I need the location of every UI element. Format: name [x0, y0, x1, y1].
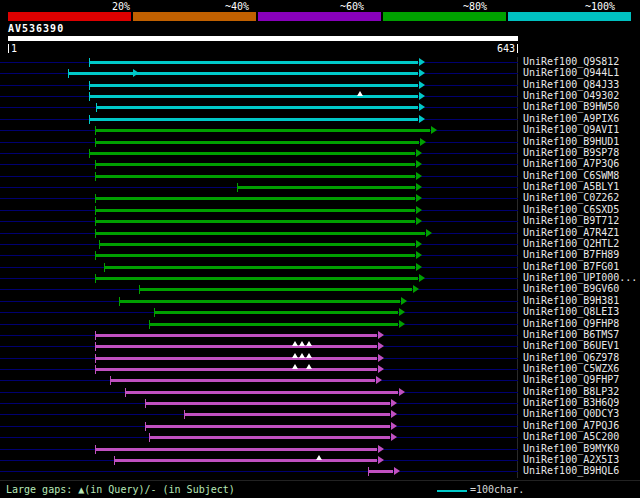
hit-id[interactable]: UniRef100_B6UEV1: [523, 340, 619, 351]
hit-id[interactable]: UniRef100_B7FG01: [523, 261, 619, 272]
bar-start-tick: [104, 263, 105, 272]
bar-start-tick: [99, 240, 100, 249]
hit-id[interactable]: UniRef100_A7P3Q6: [523, 158, 619, 169]
hit-id[interactable]: UniRef100_B9H381: [523, 295, 619, 306]
alignment-bar[interactable]: [184, 413, 390, 416]
alignment-bar[interactable]: [145, 425, 390, 428]
hit-id[interactable]: UniRef100_B9T712: [523, 215, 619, 226]
alignment-bar[interactable]: [95, 129, 430, 132]
hit-id[interactable]: UniRef100_Q0DCY3: [523, 408, 619, 419]
hit-id[interactable]: UniRef100_A5BLY1: [523, 181, 619, 192]
alignment-bar[interactable]: [95, 220, 415, 223]
subject-gap-arrow-icon: [133, 69, 139, 77]
arrowhead-icon: [376, 376, 382, 384]
alignment-bar[interactable]: [95, 277, 418, 280]
arrowhead-icon: [431, 126, 437, 134]
alignment-bar[interactable]: [89, 118, 418, 121]
alignment-bar[interactable]: [96, 106, 418, 109]
alignment-bar[interactable]: [237, 186, 415, 189]
arrowhead-icon: [394, 467, 400, 475]
alignment-bar[interactable]: [95, 357, 378, 360]
query-gap-marker-icon: [299, 353, 305, 358]
alignment-bar[interactable]: [99, 243, 414, 246]
alignment-bar[interactable]: [89, 61, 418, 64]
alignment-bar[interactable]: [68, 72, 418, 75]
bar-start-tick: [95, 160, 96, 169]
hit-id[interactable]: UniRef100_Q8LEI3: [523, 306, 619, 317]
alignment-bar[interactable]: [114, 459, 377, 462]
hit-id[interactable]: UniRef100_Q2HTL2: [523, 238, 619, 249]
alignment-bar[interactable]: [145, 402, 390, 405]
hit-id[interactable]: UniRef100_C5WZX6: [523, 363, 619, 374]
hit-id[interactable]: UniRef100_A2X5I3: [523, 454, 619, 465]
bar-start-tick: [95, 365, 96, 374]
hit-id[interactable]: UniRef100_B9HUD1: [523, 136, 619, 147]
hit-id[interactable]: UniRef100_Q84J33: [523, 79, 619, 90]
bar-start-tick: [149, 320, 150, 329]
alignment-bar[interactable]: [110, 379, 375, 382]
arrowhead-icon: [391, 399, 397, 407]
hit-id[interactable]: UniRef100_C0Z262: [523, 192, 619, 203]
alignment-bar[interactable]: [95, 197, 415, 200]
alignment-bar[interactable]: [104, 266, 415, 269]
alignment-bar[interactable]: [89, 84, 418, 87]
bar-start-tick: [95, 217, 96, 226]
alignment-bar[interactable]: [95, 334, 378, 337]
alignment-bar[interactable]: [95, 209, 415, 212]
alignment-bar[interactable]: [95, 163, 415, 166]
arrowhead-icon: [399, 320, 405, 328]
hit-id[interactable]: UniRef100_C6SWM8: [523, 170, 619, 181]
hit-id[interactable]: UniRef100_Q9FHP7: [523, 374, 619, 385]
bar-start-tick: [89, 149, 90, 158]
query-gap-marker-icon: [316, 455, 322, 460]
hit-id[interactable]: UniRef100_B9GV60: [523, 283, 619, 294]
alignment-bar[interactable]: [95, 232, 425, 235]
alignment-bar[interactable]: [95, 141, 420, 144]
alignment-bar[interactable]: [89, 95, 418, 98]
alignment-bar[interactable]: [154, 311, 398, 314]
alignment-bar[interactable]: [125, 391, 398, 394]
hit-id[interactable]: UniRef100_A9PIX6: [523, 113, 619, 124]
bar-start-tick: [139, 285, 140, 294]
alignment-bar[interactable]: [139, 288, 411, 291]
alignment-bar[interactable]: [95, 175, 415, 178]
hit-id[interactable]: UniRef100_Q9FHP8: [523, 318, 619, 329]
hit-id[interactable]: UniRef100_B9SP78: [523, 147, 619, 158]
hit-id[interactable]: UniRef100_B9MYK0: [523, 443, 619, 454]
alignment-bar[interactable]: [368, 470, 393, 473]
hit-id[interactable]: UniRef100_B8LP32: [523, 386, 619, 397]
query-gap-marker-icon: [357, 91, 363, 96]
alignment-bar[interactable]: [149, 436, 390, 439]
alignment-bar[interactable]: [95, 254, 415, 257]
hit-id[interactable]: UniRef100_B9HW50: [523, 101, 619, 112]
hit-id[interactable]: UniRef100_Q6Z978: [523, 352, 619, 363]
alignment-bar[interactable]: [119, 300, 399, 303]
arrowhead-icon: [378, 354, 384, 362]
arrowhead-icon: [419, 81, 425, 89]
scale-line-icon: [437, 490, 467, 492]
hit-id[interactable]: UniRef100_B3H6Q9: [523, 397, 619, 408]
hit-id[interactable]: UniRef100_A7PQJ6: [523, 420, 619, 431]
hit-id[interactable]: UniRef100_A5C200: [523, 431, 619, 442]
alignment-bar[interactable]: [89, 152, 415, 155]
bar-start-tick: [145, 422, 146, 431]
bar-start-tick: [149, 433, 150, 442]
hit-id[interactable]: UniRef100_O49302: [523, 90, 619, 101]
hit-id[interactable]: UniRef100_B6TMS7: [523, 329, 619, 340]
hit-id[interactable]: UniRef100_Q944L1: [523, 67, 619, 78]
alignment-bar[interactable]: [149, 323, 398, 326]
alignment-bar[interactable]: [95, 345, 378, 348]
hit-id[interactable]: UniRef100_UPI000...: [523, 272, 637, 283]
bar-start-tick: [95, 172, 96, 181]
alignment-bar[interactable]: [95, 448, 378, 451]
hit-id[interactable]: UniRef100_Q9AVI1: [523, 124, 619, 135]
hit-id[interactable]: UniRef100_B7FH89: [523, 249, 619, 260]
hit-id[interactable]: UniRef100_B9HQL6: [523, 465, 619, 476]
bar-start-tick: [125, 388, 126, 397]
hit-id[interactable]: UniRef100_C6SXD5: [523, 204, 619, 215]
bar-start-tick: [95, 229, 96, 238]
hit-id[interactable]: UniRef100_Q9S812: [523, 56, 619, 67]
hit-id[interactable]: UniRef100_A7R4Z1: [523, 227, 619, 238]
alignment-bar[interactable]: [95, 368, 378, 371]
bar-start-tick: [145, 399, 146, 408]
